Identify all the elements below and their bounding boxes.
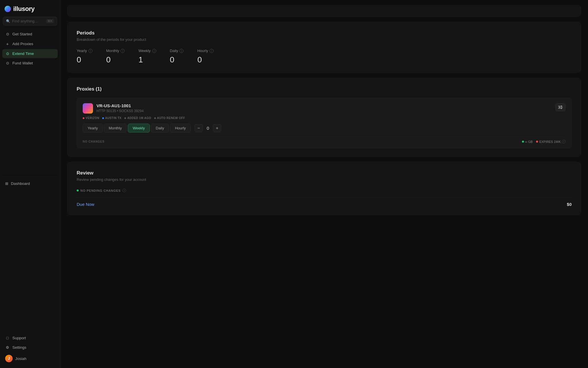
sidebar-item-get-started[interactable]: ⊙ Get Started xyxy=(2,30,58,39)
period-weekly-info-icon[interactable]: i xyxy=(152,49,156,53)
period-weekly-label: Weekly xyxy=(138,49,150,53)
pending-text: NO PENDING CHANGES xyxy=(80,189,121,192)
user-name: Josiah xyxy=(15,356,26,361)
period-weekly-value: 1 xyxy=(138,55,156,64)
periods-grid: Yearly i 0 Monthly i 0 Weekly i 1 xyxy=(77,49,572,64)
sidebar-item-extend-time[interactable]: ⊙ Extend Time xyxy=(2,49,58,58)
period-hourly-info-icon[interactable]: i xyxy=(210,49,214,53)
tag-added: ADDED 1M AGO xyxy=(124,116,151,120)
btn-hourly[interactable]: Hourly xyxy=(170,124,191,133)
proxy-details: VR-US-AU1-1001 HTTP 50135 • SOCKS5 39294 xyxy=(96,103,144,113)
btn-daily[interactable]: Daily xyxy=(151,124,169,133)
stat-expires: EXPIRES 1WK i xyxy=(536,140,566,143)
svg-point-3 xyxy=(559,107,560,108)
period-weekly: Weekly i 1 xyxy=(138,49,156,64)
proxy-item: VR-US-AU1-1001 HTTP 50135 • SOCKS5 39294 xyxy=(77,98,572,148)
tag-austin-label: AUSTIN TX xyxy=(105,116,121,120)
period-daily-value: 0 xyxy=(170,55,184,64)
tag-verizon-label: VERIZON xyxy=(86,116,99,120)
period-yearly-info-icon[interactable]: i xyxy=(88,49,92,53)
avatar: J xyxy=(5,355,13,362)
proxies-title: Proxies (1) xyxy=(77,86,572,92)
top-partial-card xyxy=(67,5,581,17)
btn-monthly[interactable]: Monthly xyxy=(104,124,127,133)
expires-info-icon[interactable]: i xyxy=(562,140,566,143)
sidebar-item-settings[interactable]: ⚙ Settings xyxy=(2,343,58,352)
stat-gb: ∞ GB xyxy=(522,140,533,143)
search-placeholder: Find anything... xyxy=(12,19,38,23)
btn-yearly[interactable]: Yearly xyxy=(83,124,103,133)
search-icon: 🔍 xyxy=(6,19,10,23)
sidebar-item-add-proxies[interactable]: + Add Proxies xyxy=(2,39,58,49)
tag-added-dot xyxy=(124,117,126,119)
sidebar-user[interactable]: J Josiah xyxy=(2,352,58,365)
settings-icon: ⚙ xyxy=(5,345,10,350)
sidebar-item-support[interactable]: □ Support xyxy=(2,334,58,342)
review-card: Review Review pending changes for your a… xyxy=(67,162,581,215)
review-pending: NO PENDING CHANGES i xyxy=(77,189,572,192)
proxy-icon xyxy=(83,103,93,114)
tag-auto-renew-label: AUTO RENEW OFF xyxy=(157,116,185,120)
proxy-settings-button[interactable] xyxy=(555,103,566,111)
svg-point-1 xyxy=(561,106,562,107)
review-subtitle: Review pending changes for your account xyxy=(77,177,572,182)
period-hourly-label: Hourly xyxy=(197,49,208,53)
period-yearly-value: 0 xyxy=(77,55,92,64)
qty-increase-button[interactable]: + xyxy=(213,124,221,132)
btn-weekly[interactable]: Weekly xyxy=(128,124,150,133)
sidebar-label-get-started: Get Started xyxy=(12,32,32,36)
due-now-button[interactable]: Due Now xyxy=(77,202,94,207)
dashboard-label: Dashboard xyxy=(11,181,30,186)
proxy-stats: ∞ GB EXPIRES 1WK i xyxy=(522,140,566,143)
proxy-footer: NO CHANGES ∞ GB EXPIRES 1WK i xyxy=(83,137,566,143)
proxy-ports: HTTP 50135 • SOCKS5 39294 xyxy=(96,109,144,113)
review-title: Review xyxy=(77,170,572,176)
gb-dot xyxy=(522,141,524,143)
periods-subtitle: Breakdown of the periods for your produc… xyxy=(77,37,572,42)
pending-info-icon[interactable]: i xyxy=(122,189,126,192)
periods-title: Periods xyxy=(77,30,572,36)
sidebar-item-fund-wallet[interactable]: ⊙ Fund Wallet xyxy=(2,59,58,68)
gb-label: ∞ GB xyxy=(525,140,533,143)
tag-auto-renew-dot xyxy=(154,117,156,119)
extend-time-icon: ⊙ xyxy=(5,51,10,56)
period-monthly: Monthly i 0 xyxy=(106,49,125,64)
support-icon: □ xyxy=(5,336,10,340)
global-search[interactable]: 🔍 Find anything... ⌘K xyxy=(3,17,57,26)
period-monthly-info-icon[interactable]: i xyxy=(121,49,125,53)
period-hourly: Hourly i 0 xyxy=(197,49,214,64)
period-monthly-value: 0 xyxy=(106,55,125,64)
period-buttons-row: Yearly Monthly Weekly Daily Hourly − 0 + xyxy=(83,124,566,133)
dashboard-icon: ⊞ xyxy=(5,181,8,186)
tag-verizon-dot xyxy=(83,117,84,119)
proxy-info: VR-US-AU1-1001 HTTP 50135 • SOCKS5 39294 xyxy=(83,103,144,114)
svg-point-5 xyxy=(561,108,562,109)
tag-auto-renew: AUTO RENEW OFF xyxy=(154,116,185,120)
proxy-name: VR-US-AU1-1001 xyxy=(96,103,144,108)
tag-austin-tx: AUSTIN TX xyxy=(102,116,121,120)
pending-dot xyxy=(77,189,79,191)
sidebar-divider xyxy=(2,177,58,177)
app-logo: illusory xyxy=(0,0,60,17)
period-hourly-value: 0 xyxy=(197,55,214,64)
main-content: Periods Breakdown of the periods for you… xyxy=(60,0,588,368)
search-shortcut: ⌘K xyxy=(46,19,54,23)
sidebar-bottom: □ Support ⚙ Settings J Josiah xyxy=(0,331,60,368)
sidebar-item-dashboard[interactable]: ⊞ Dashboard xyxy=(0,179,60,188)
expires-dot xyxy=(536,141,538,143)
qty-decrease-button[interactable]: − xyxy=(195,124,203,132)
period-daily-label: Daily xyxy=(170,49,178,53)
period-daily-info-icon[interactable]: i xyxy=(179,49,183,53)
user-initials: J xyxy=(8,356,10,361)
sidebar-label-add-proxies: Add Proxies xyxy=(12,42,33,46)
qty-value: 0 xyxy=(206,126,210,131)
proxies-card: Proxies (1) VR-US-AU1-1001 HTTP 50135 • … xyxy=(67,78,581,157)
get-started-icon: ⊙ xyxy=(5,32,10,36)
no-changes-label: NO CHANGES xyxy=(83,140,105,143)
logo-icon xyxy=(5,6,11,12)
proxy-top: VR-US-AU1-1001 HTTP 50135 • SOCKS5 39294 xyxy=(83,103,566,114)
sidebar: illusory 🔍 Find anything... ⌘K ⊙ Get Sta… xyxy=(0,0,60,368)
proxy-tags: VERIZON AUSTIN TX ADDED 1M AGO AUTO RENE… xyxy=(83,116,566,120)
quantity-controls: − 0 + xyxy=(195,124,221,132)
period-daily: Daily i 0 xyxy=(170,49,184,64)
